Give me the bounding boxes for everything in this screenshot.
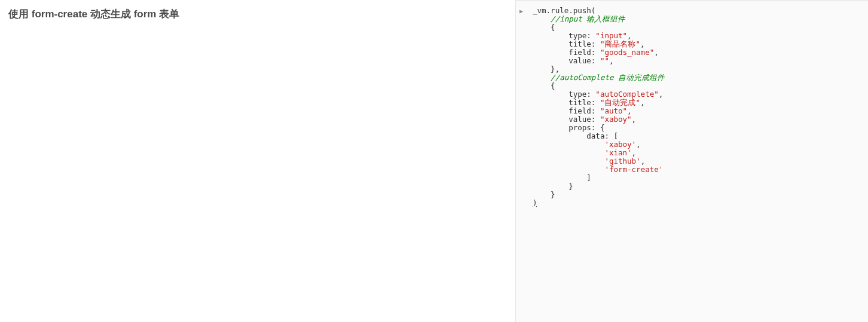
code-token: _vm.rule.push( [533, 6, 595, 15]
code-token [533, 165, 604, 174]
code-token: }, [533, 65, 560, 73]
code-token: 'github' [604, 157, 640, 165]
code-token: } [533, 182, 573, 191]
code-token [533, 148, 604, 157]
code-line: type: "autoComplete", [533, 90, 860, 99]
code-token: "input" [595, 31, 627, 40]
code-line: //autoComplete 自动完成组件 [533, 73, 860, 82]
code-line: 'xaboy', [533, 140, 860, 149]
code-token: title: [533, 39, 600, 48]
left-panel: 使用 form-create 动态生成 form 表单 [0, 0, 516, 322]
code-line: props: { [533, 124, 860, 132]
code-token: "goods_name" [600, 48, 654, 57]
code-token: "" [600, 56, 609, 65]
code-token: value: [533, 56, 600, 65]
code-token: ] [533, 173, 591, 182]
code-line: 'xian', [533, 149, 860, 157]
code-line: value: "", [533, 57, 860, 65]
code-token: , [636, 140, 641, 149]
code-line: title: "自动完成", [533, 99, 860, 107]
code-line: { [533, 82, 860, 90]
code-line: ] [533, 174, 860, 182]
code-token: , [654, 48, 659, 57]
code-line: ) [533, 199, 860, 207]
code-token: ) [533, 198, 537, 207]
code-token [533, 14, 551, 23]
code-token: "auto" [600, 106, 627, 115]
code-line: //input 输入框组件 [533, 15, 860, 23]
code-line: value: "xaboy", [533, 115, 860, 124]
code-line: title: "商品名称", [533, 40, 860, 48]
code-line: _vm.rule.push( [533, 7, 860, 15]
code-token: //input 输入框组件 [551, 14, 625, 23]
code-line: type: "input", [533, 32, 860, 40]
code-token: //autoComplete 自动完成组件 [551, 73, 665, 82]
code-token: , [640, 39, 645, 48]
code-token: } [533, 190, 555, 199]
code-token: field: [533, 106, 600, 115]
code-token: , [640, 98, 645, 107]
console-panel: ▶ _vm.rule.push( //input 输入框组件 { type: "… [516, 0, 868, 322]
code-line: }, [533, 65, 860, 73]
code-line: field: "auto", [533, 107, 860, 115]
code-token: type: [533, 90, 595, 99]
code-token [533, 140, 604, 149]
code-line: 'form-create' [533, 165, 860, 174]
code-token: , [632, 115, 637, 124]
code-token: title: [533, 98, 600, 107]
code-token: , [641, 157, 646, 165]
code-token: field: [533, 48, 600, 57]
code-token: { [533, 81, 555, 90]
code-line: 'github', [533, 157, 860, 165]
code-token: type: [533, 31, 595, 40]
code-line: data: [ [533, 132, 860, 140]
code-token [533, 73, 551, 82]
code-line: { [533, 23, 860, 32]
code-line: field: "goods_name", [533, 48, 860, 57]
code-token: 'xian' [604, 148, 631, 157]
code-token: "商品名称" [600, 39, 640, 48]
code-token: 'form-create' [604, 165, 663, 174]
code-token: , [609, 56, 614, 65]
code-token: data: [ [533, 131, 618, 140]
code-token [533, 157, 604, 165]
code-token: "自动完成" [600, 98, 640, 107]
code-token: props: { [533, 123, 604, 132]
code-token: { [533, 23, 555, 32]
code-block[interactable]: _vm.rule.push( //input 输入框组件 { type: "in… [522, 7, 860, 207]
code-token: , [627, 31, 632, 40]
code-token: , [627, 106, 632, 115]
expand-arrow-icon[interactable]: ▶ [519, 7, 523, 16]
code-line: } [533, 191, 860, 199]
code-token: "xaboy" [600, 115, 632, 124]
code-token: value: [533, 115, 600, 124]
page-title: 使用 form-create 动态生成 form 表单 [8, 7, 507, 21]
code-token: "autoComplete" [595, 90, 658, 99]
code-token: 'xaboy' [604, 140, 636, 149]
code-token: , [659, 90, 664, 99]
code-line: } [533, 182, 860, 191]
code-token: , [632, 148, 637, 157]
